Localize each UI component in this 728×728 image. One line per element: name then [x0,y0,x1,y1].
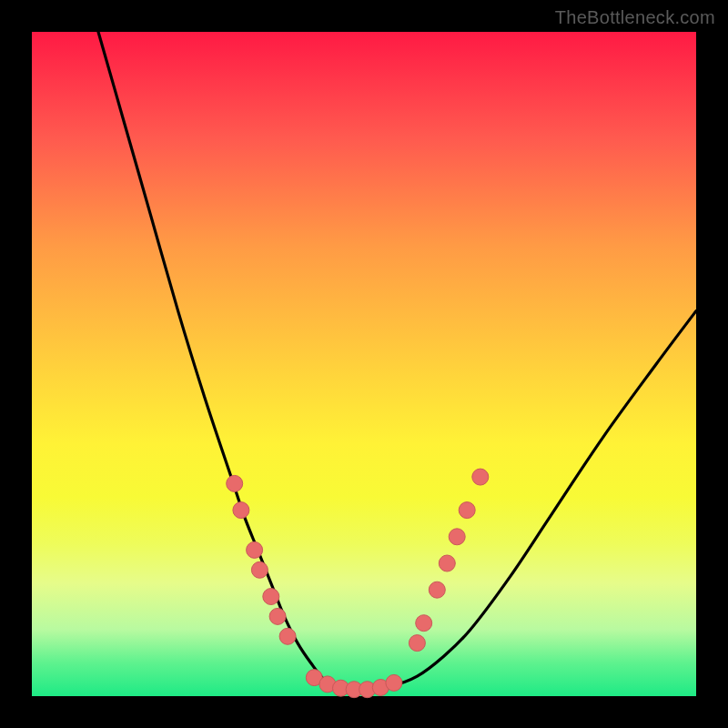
data-dot [472,469,489,485]
watermark-text: TheBottleneck.com [555,7,715,28]
chart-svg [32,32,696,696]
data-dot [439,555,455,571]
plot-area [32,32,696,696]
data-dot [416,615,432,632]
bottleneck-curve [98,32,696,690]
data-points [227,469,489,698]
data-dot [449,529,465,545]
data-dot [386,674,402,691]
data-dot [279,628,296,644]
data-dot [251,561,268,578]
data-dot [459,502,475,519]
outer-frame: TheBottleneck.com [0,0,728,728]
data-dot [409,635,425,652]
data-dot [233,502,249,519]
data-dot [269,608,286,624]
data-dot [247,541,263,558]
data-dot [227,475,243,491]
data-dot [263,589,279,605]
data-dot [429,581,445,598]
